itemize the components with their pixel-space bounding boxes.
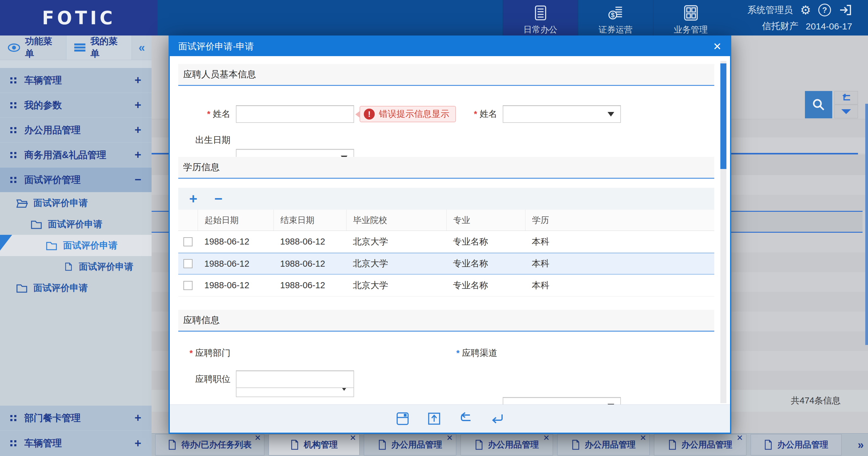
sidebar-group-vehicle[interactable]: 车辆管理 + xyxy=(0,68,152,93)
remove-row-button[interactable]: − xyxy=(214,192,222,206)
list-icon xyxy=(532,4,549,22)
expand-icon[interactable]: + xyxy=(134,123,141,137)
gear-icon[interactable]: ⚙ xyxy=(800,4,811,16)
sidebar-group-office-supplies[interactable]: 办公用品管理 + xyxy=(0,118,152,143)
dots-icon xyxy=(10,127,17,133)
screen: FOTIC 日常办公 $ 证券运营 xyxy=(0,0,868,456)
sidebar-tabs: 功能菜单 我的菜单 « xyxy=(0,35,152,60)
name-select[interactable] xyxy=(503,105,621,123)
close-icon[interactable]: ✕ xyxy=(446,433,453,443)
sidebar-group-params[interactable]: 我的参数 + xyxy=(0,93,152,118)
background-search-button[interactable] xyxy=(805,91,832,118)
nav-item-securities[interactable]: $ 证券运营 xyxy=(578,0,653,35)
row-checkbox[interactable] xyxy=(183,281,192,290)
row-checkbox[interactable] xyxy=(183,259,192,268)
svg-text:$: $ xyxy=(611,11,615,19)
interview-apply-modal: 面试评价申请-申请 ✕ 应聘人员基本信息 * 姓名 ! 错误提示信息显示 * 姓… xyxy=(168,35,731,434)
close-icon[interactable]: ✕ xyxy=(640,433,646,443)
department: 信托财产 xyxy=(762,20,799,32)
nav-item-business[interactable]: 业务管理 xyxy=(653,0,728,35)
expand-icon[interactable]: + xyxy=(134,148,141,162)
expand-icon[interactable]: + xyxy=(134,411,141,424)
enter-icon[interactable] xyxy=(491,412,504,425)
background-expand-button[interactable] xyxy=(834,105,858,118)
tab-label: 办公用品管理 xyxy=(488,439,539,451)
undo-icon[interactable] xyxy=(459,412,472,425)
section-application: 应聘信息 xyxy=(178,310,714,332)
tab-label: 机构管理 xyxy=(304,439,338,451)
task-tab-todo-list[interactable]: 待办/已办任务列表 ✕ xyxy=(155,434,265,455)
expand-icon[interactable]: + xyxy=(134,437,141,450)
tree-label: 面试评价申请 xyxy=(63,239,118,252)
tree-item-interview-apply-4[interactable]: 面试评价申请 xyxy=(0,256,152,277)
folder-icon xyxy=(16,282,28,293)
sidebar-collapse-button[interactable]: « xyxy=(132,35,152,60)
row-checkbox[interactable] xyxy=(183,237,192,246)
birth-date-label: 出生日期 xyxy=(182,131,230,149)
nav-item-daily-office[interactable]: 日常办公 xyxy=(503,0,578,35)
upload-icon[interactable] xyxy=(428,412,441,425)
sidebar-group-interview[interactable]: 面试评价管理 − xyxy=(0,168,152,192)
close-icon[interactable]: ✕ xyxy=(737,433,743,443)
cell-school: 北京大学 xyxy=(346,275,446,296)
table-row[interactable]: 1988-06-12 1988-06-12 北京大学 专业名称 本科 xyxy=(178,231,714,253)
username: 系统管理员 xyxy=(747,4,793,17)
close-icon[interactable]: ✕ xyxy=(254,433,261,443)
apply-position-input[interactable] xyxy=(236,370,354,388)
error-tooltip: ! 错误提示信息显示 xyxy=(360,106,456,122)
tree-item-interview-apply-1[interactable]: 面试评价申请 xyxy=(0,192,152,213)
cell-start-date: 1988-06-12 xyxy=(198,275,274,296)
expand-icon[interactable]: + xyxy=(134,74,141,87)
sidebar-spacer xyxy=(0,60,152,68)
dots-icon xyxy=(10,440,17,446)
close-icon[interactable]: ✕ xyxy=(349,433,356,443)
logout-icon[interactable] xyxy=(838,3,852,17)
task-tab-office-supplies-1[interactable]: 办公用品管理 ✕ xyxy=(364,434,456,455)
open-folder-icon xyxy=(16,198,28,208)
cell-degree: 本科 xyxy=(525,231,714,252)
modal-scrollbar-track[interactable] xyxy=(720,61,726,403)
task-tab-office-supplies-5[interactable]: 办公用品管理 xyxy=(751,434,842,455)
collapse-icon[interactable]: − xyxy=(134,173,141,186)
sidebar-group-vehicle-2[interactable]: 车辆管理 + xyxy=(0,430,152,456)
tab-my-menu[interactable]: 我的菜单 xyxy=(66,35,132,60)
expand-icon[interactable]: + xyxy=(134,98,141,112)
table-row-selected[interactable]: 1988-06-12 1988-06-12 北京大学 专业名称 本科 xyxy=(178,253,714,275)
background-scrollbar[interactable] xyxy=(865,104,868,345)
logo-area: FOTIC xyxy=(0,0,158,35)
task-tab-office-supplies-3[interactable]: 办公用品管理 ✕ xyxy=(557,434,650,455)
help-icon[interactable]: ? xyxy=(818,4,831,17)
task-tab-office-supplies-4[interactable]: 办公用品管理 ✕ xyxy=(654,434,746,455)
hamburger-icon xyxy=(74,43,86,52)
cell-end-date: 1988-06-12 xyxy=(274,231,346,252)
tab-label: 办公用品管理 xyxy=(585,439,636,451)
name-input[interactable] xyxy=(236,105,354,123)
save-icon[interactable] xyxy=(396,412,409,425)
chevron-down-icon xyxy=(841,109,851,114)
modal-footer xyxy=(170,404,730,433)
task-tab-org-management[interactable]: 机构管理 ✕ xyxy=(269,434,360,455)
sidebar-group-gifts[interactable]: 商务用酒&礼品管理 + xyxy=(0,143,152,168)
tree-item-interview-apply-5[interactable]: 面试评价申请 xyxy=(0,277,152,298)
nav-label: 业务管理 xyxy=(674,24,708,35)
tree-item-interview-apply-2[interactable]: 面试评价申请 xyxy=(0,213,152,235)
sidebar-group-meal-card[interactable]: 部门餐卡管理 + xyxy=(0,406,152,430)
required-mark: * xyxy=(189,348,193,358)
section-basic-info: 应聘人员基本信息 xyxy=(178,64,714,86)
close-icon[interactable]: ✕ xyxy=(713,40,722,53)
cell-end-date: 1988-06-12 xyxy=(274,275,346,296)
folder-icon xyxy=(30,219,42,230)
modal-scrollbar-thumb[interactable] xyxy=(720,63,726,169)
close-icon[interactable]: ✕ xyxy=(543,433,550,443)
tree-item-interview-apply-3-selected[interactable]: 面试评价申请 xyxy=(0,235,152,256)
document-icon xyxy=(668,439,677,450)
tab-function-menu[interactable]: 功能菜单 xyxy=(0,35,66,60)
add-row-button[interactable]: + xyxy=(189,192,197,206)
current-date: 2014-06-17 xyxy=(806,21,852,32)
background-reset-button[interactable] xyxy=(834,91,858,104)
document-icon xyxy=(168,439,177,450)
tab-overflow-icon[interactable]: » xyxy=(858,439,864,452)
modal-titlebar[interactable]: 面试评价申请-申请 ✕ xyxy=(170,37,730,56)
task-tab-office-supplies-2[interactable]: 办公用品管理 ✕ xyxy=(461,434,553,455)
table-row[interactable]: 1988-06-12 1988-06-12 北京大学 专业名称 本科 xyxy=(178,275,714,296)
